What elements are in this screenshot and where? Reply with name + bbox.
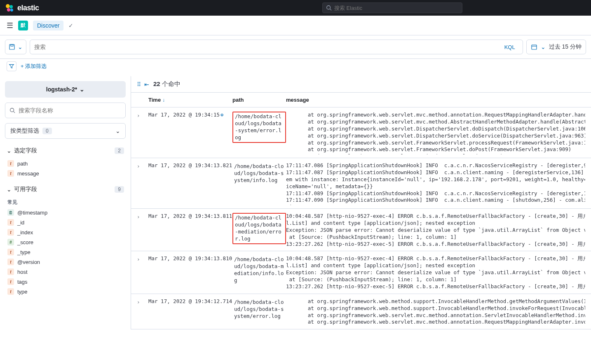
field-item[interactable]: #_score: [5, 237, 126, 247]
common-label: 常见: [5, 196, 126, 207]
discover-breadcrumb[interactable]: Discover: [33, 21, 63, 30]
cell-message: 10:04:48.587 [http-nio-9527-exec-4] ERRO…: [286, 255, 585, 290]
field-item[interactable]: t@version: [5, 257, 126, 267]
chart-toggle-icon[interactable]: ⠿: [137, 81, 141, 88]
saved-query-menu[interactable]: ⌄: [5, 40, 26, 54]
table-row: › Mar 17, 2022 @ 19:34:15⊕ /home/bodata-…: [131, 107, 591, 158]
available-fields-label: 可用字段: [14, 186, 37, 193]
index-pattern-label: logstash-2*: [46, 86, 77, 93]
elastic-topbar: elastic: [0, 0, 591, 16]
elastic-logo[interactable]: elastic: [5, 3, 39, 12]
kql-toggle[interactable]: KQL: [501, 44, 518, 50]
cell-path: /home/bodata-cloud/logs/bodata-system/in…: [232, 162, 286, 205]
field-name: _id: [17, 219, 24, 226]
cell-path: /home/bodata-cloud/logs/bodata-mediation…: [232, 213, 286, 247]
col-message[interactable]: message: [286, 97, 585, 103]
selected-count: 2: [115, 147, 124, 154]
field-name: _type: [17, 249, 30, 255]
field-item[interactable]: thost: [5, 267, 126, 277]
field-name: tags: [17, 279, 28, 285]
cell-message: at org.springframework.web.servlet.mvc.m…: [286, 112, 585, 154]
disk-icon: [9, 44, 15, 50]
chevron-down-icon[interactable]: ✓: [68, 22, 73, 29]
col-time[interactable]: Time↓: [148, 97, 232, 103]
field-name: message: [17, 170, 39, 177]
field-name: host: [17, 269, 28, 275]
chevron-down-icon: ⌄: [18, 44, 23, 50]
table-header: Time↓ path message: [131, 93, 591, 107]
text-field-icon: t: [7, 219, 14, 226]
expand-row[interactable]: ›: [137, 298, 148, 326]
time-picker[interactable]: ⌄ 过去 15 分钟: [526, 40, 586, 54]
global-search-input[interactable]: [334, 5, 459, 11]
search-icon: [9, 107, 15, 113]
selected-fields-header[interactable]: ⌄选定字段 2: [5, 144, 126, 158]
cell-message: at org.springframework.web.method.suppor…: [286, 298, 585, 326]
query-input[interactable]: [34, 44, 501, 50]
calendar-icon: [531, 44, 537, 50]
field-item[interactable]: 🗓@timestamp: [5, 208, 126, 217]
field-name: @version: [17, 259, 40, 265]
available-count: 9: [115, 186, 124, 193]
field-item[interactable]: tmessage: [5, 168, 126, 178]
nav-toggle[interactable]: ☰: [7, 21, 13, 30]
field-item[interactable]: t_type: [5, 247, 126, 257]
cell-path: /home/bodata-cloud/logs/bodata-system/er…: [232, 298, 286, 326]
svg-point-3: [10, 9, 13, 12]
text-field-icon: t: [7, 288, 14, 295]
table-row: › Mar 17, 2022 @ 19:34:13.821 /home/boda…: [131, 158, 591, 209]
field-name: type: [17, 289, 28, 295]
chevron-down-icon: ⌄: [541, 44, 546, 50]
field-name: path: [17, 161, 28, 167]
available-fields-header[interactable]: ⌄可用字段 9: [5, 182, 126, 196]
filter-by-type-count: 0: [42, 128, 52, 134]
field-item[interactable]: t_id: [5, 217, 126, 227]
svg-point-2: [7, 8, 10, 12]
field-search[interactable]: [5, 103, 126, 118]
field-name: @timestamp: [17, 210, 47, 216]
col-path[interactable]: path: [232, 97, 286, 103]
field-name: _index: [17, 229, 33, 236]
expand-row[interactable]: ›: [137, 112, 148, 154]
query-input-wrap[interactable]: KQL: [30, 40, 523, 54]
app-badge[interactable]: 默: [18, 21, 28, 30]
field-item[interactable]: ttype: [5, 287, 126, 296]
hits-label: 22 个命中: [153, 80, 181, 88]
field-search-input[interactable]: [19, 107, 121, 114]
field-item[interactable]: t_index: [5, 227, 126, 237]
date-field-icon: 🗓: [7, 209, 14, 216]
table-row: › Mar 17, 2022 @ 19:34:13.811 /home/boda…: [131, 209, 591, 251]
discover-content: ⠿ ⇤ 22 个命中 Time↓ path message › Mar 17, …: [131, 76, 591, 329]
cell-time: Mar 17, 2022 @ 19:34:12.714: [148, 298, 232, 326]
field-item[interactable]: ttags: [5, 277, 126, 287]
svg-rect-7: [11, 44, 13, 46]
cell-message: 17:11:47.086 [SpringApplicationShutdownH…: [286, 162, 585, 205]
text-field-icon: t: [7, 278, 14, 285]
filter-bar: + 添加筛选: [0, 59, 591, 76]
index-pattern-selector[interactable]: logstash-2* ⌄: [5, 81, 126, 98]
cell-message: 10:04:48.587 [http-nio-9527-exec-4] ERRO…: [286, 213, 585, 247]
add-filter-button[interactable]: + 添加筛选: [21, 63, 47, 70]
cell-time: Mar 17, 2022 @ 19:34:13.811: [148, 213, 232, 247]
expand-time-icon[interactable]: ⊕: [220, 112, 224, 118]
global-search[interactable]: [322, 2, 462, 13]
text-field-icon: t: [7, 259, 14, 265]
number-field-icon: #: [7, 239, 14, 245]
field-item[interactable]: tpath: [5, 159, 126, 168]
expand-row[interactable]: ›: [137, 162, 148, 205]
cell-time: Mar 17, 2022 @ 19:34:13.810: [148, 255, 232, 290]
fields-sidebar: logstash-2* ⌄ 按类型筛选 0 ⌄ ⌄选定字段 2 tpathtme…: [0, 76, 131, 329]
cell-path: /home/bodata-cloud/logs/bodata-mediation…: [232, 255, 286, 290]
field-name: _score: [17, 239, 33, 245]
chevron-down-icon: ⌄: [7, 147, 12, 154]
filter-by-type[interactable]: 按类型筛选 0 ⌄: [5, 123, 126, 139]
svg-point-4: [327, 6, 331, 9]
collapse-sidebar-icon[interactable]: ⇤: [144, 81, 149, 88]
selected-fields-label: 选定字段: [14, 147, 37, 154]
expand-row[interactable]: ›: [137, 255, 148, 290]
table-rows: › Mar 17, 2022 @ 19:34:15⊕ /home/bodata-…: [131, 107, 591, 329]
table-row: › Mar 17, 2022 @ 19:34:13.810 /home/boda…: [131, 251, 591, 294]
filter-options-button[interactable]: [7, 61, 16, 71]
available-fields-list: 🗓@timestampt_idt_index#_scoret_typet@ver…: [5, 207, 126, 301]
expand-row[interactable]: ›: [137, 213, 148, 247]
